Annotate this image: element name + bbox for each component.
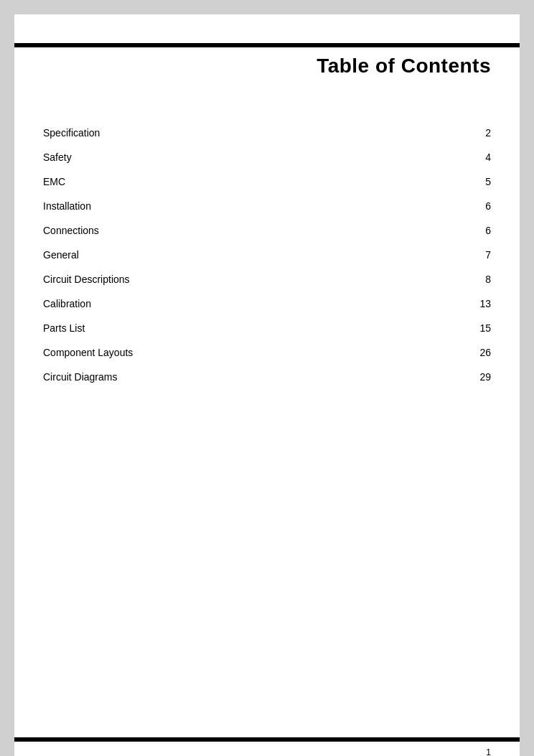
toc-item: Circuit Diagrams29 <box>43 365 491 389</box>
toc-item-label: Installation <box>43 200 469 212</box>
toc-item-label: Component Layouts <box>43 347 469 358</box>
toc-item-page: 7 <box>469 249 491 261</box>
toc-item-label: General <box>43 249 469 261</box>
toc-item-page: 8 <box>469 274 491 285</box>
toc-item: EMC5 <box>43 169 491 194</box>
toc-item: Specification2 <box>43 121 491 145</box>
toc-item: Calibration13 <box>43 291 491 316</box>
toc-item-page: 4 <box>469 151 491 163</box>
toc-item-page: 15 <box>469 322 491 334</box>
bottom-border <box>14 737 520 742</box>
toc-item: Connections6 <box>43 218 491 243</box>
toc-item-label: EMC <box>43 176 469 187</box>
toc-item-page: 6 <box>469 225 491 236</box>
toc-item-label: Circuit Descriptions <box>43 274 469 285</box>
toc-item-page: 29 <box>469 371 491 383</box>
toc-container: Specification2Safety4EMC5Installation6Co… <box>14 78 520 389</box>
toc-item-label: Circuit Diagrams <box>43 371 469 383</box>
toc-item-label: Safety <box>43 151 469 163</box>
toc-item-label: Connections <box>43 225 469 236</box>
toc-item: General7 <box>43 243 491 267</box>
toc-item: Component Layouts26 <box>43 340 491 365</box>
toc-item-page: 2 <box>469 127 491 139</box>
page: Table of Contents Specification2Safety4E… <box>14 14 520 756</box>
toc-item-page: 13 <box>469 298 491 309</box>
top-border <box>14 43 520 47</box>
toc-item-label: Specification <box>43 127 469 139</box>
toc-item: Parts List15 <box>43 316 491 340</box>
toc-item-page: 26 <box>469 347 491 358</box>
toc-item-label: Calibration <box>43 298 469 309</box>
toc-item: Safety4 <box>43 145 491 169</box>
toc-item-page: 6 <box>469 200 491 212</box>
page-number-footer: 1 <box>486 747 491 756</box>
toc-item-page: 5 <box>469 176 491 187</box>
toc-item: Circuit Descriptions8 <box>43 267 491 291</box>
toc-item: Installation6 <box>43 194 491 218</box>
toc-item-label: Parts List <box>43 322 469 334</box>
